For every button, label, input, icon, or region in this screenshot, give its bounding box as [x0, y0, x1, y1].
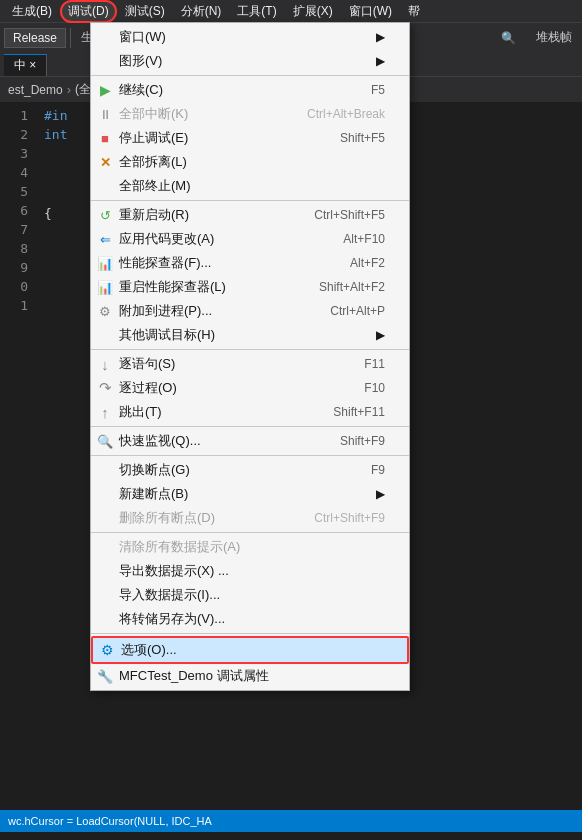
sep-4: [91, 426, 409, 427]
restart-perf-shortcut: Shift+Alt+F2: [279, 280, 385, 294]
menu-label-restart-perf: 重启性能探查器(L): [119, 278, 226, 296]
menu-item-step-out[interactable]: ↑ 跳出(T) Shift+F11: [91, 400, 409, 424]
menu-label-step-over: 逐过程(O): [119, 379, 177, 397]
release-button[interactable]: Release: [4, 28, 66, 48]
menu-item-graphics[interactable]: 图形(V) ▶: [91, 49, 409, 73]
menu-item-terminate[interactable]: 全部终止(M): [91, 174, 409, 198]
menu-item-del-all-bp[interactable]: 删除所有断点(D) Ctrl+Shift+F9: [91, 506, 409, 530]
menu-item-clear-hints[interactable]: 清除所有数据提示(A): [91, 535, 409, 559]
menu-item-options[interactable]: ⚙ 选项(O)...: [91, 636, 409, 664]
menubar-build[interactable]: 生成(B): [4, 1, 60, 22]
menu-label-detach: 全部拆离(L): [119, 153, 187, 171]
menu-label-save-dump: 将转储另存为(V)...: [119, 610, 225, 628]
menubar-help[interactable]: 帮: [400, 1, 428, 22]
attach-icon: ⚙: [95, 304, 115, 319]
apply-code-icon: ⇐: [95, 232, 115, 247]
file-title: est_Demo: [8, 83, 63, 97]
menu-label-perf: 性能探查器(F)...: [119, 254, 211, 272]
toolbar-stack[interactable]: 堆栈帧: [530, 27, 578, 48]
menu-label-other-targets: 其他调试目标(H): [119, 326, 215, 344]
menubar-window[interactable]: 窗口(W): [341, 1, 400, 22]
menu-label-step-into: 逐语句(S): [119, 355, 175, 373]
menu-label-attach: 附加到进程(P)...: [119, 302, 212, 320]
sep-3: [91, 349, 409, 350]
line-numbers: 1 2 3 4 5 6 7 8 9 0 1: [0, 102, 36, 810]
menu-item-detach[interactable]: ✕ 全部拆离(L): [91, 150, 409, 174]
menu-label-restart: 重新启动(R): [119, 206, 189, 224]
quickwatch-icon: 🔍: [95, 434, 115, 449]
step-out-shortcut: Shift+F11: [293, 405, 385, 419]
step-into-icon: ↓: [95, 356, 115, 373]
menu-label-continue: 继续(C): [119, 81, 163, 99]
menu-label-import-hints: 导入数据提示(I)...: [119, 586, 220, 604]
menu-item-perf[interactable]: 📊 性能探查器(F)... Alt+F2: [91, 251, 409, 275]
menu-item-continue[interactable]: ▶ 继续(C) F5: [91, 78, 409, 102]
menu-item-stop[interactable]: ■ 停止调试(E) Shift+F5: [91, 126, 409, 150]
menubar-debug[interactable]: 调试(D): [60, 0, 117, 23]
menu-label-del-all-bp: 删除所有断点(D): [119, 509, 215, 527]
menu-item-export-hints[interactable]: 导出数据提示(X) ...: [91, 559, 409, 583]
menu-item-restart[interactable]: ↺ 重新启动(R) Ctrl+Shift+F5: [91, 203, 409, 227]
apply-code-shortcut: Alt+F10: [303, 232, 385, 246]
menu-item-import-hints[interactable]: 导入数据提示(I)...: [91, 583, 409, 607]
menu-item-apply-code[interactable]: ⇐ 应用代码更改(A) Alt+F10: [91, 227, 409, 251]
sep-7: [91, 633, 409, 634]
step-over-icon: ↷: [95, 379, 115, 397]
search-icon[interactable]: 🔍: [501, 31, 516, 45]
sep-1: [91, 75, 409, 76]
menu-item-quickwatch[interactable]: 🔍 快速监视(Q)... Shift+F9: [91, 429, 409, 453]
step-over-shortcut: F10: [324, 381, 385, 395]
menu-label-step-out: 跳出(T): [119, 403, 162, 421]
perf-icon: 📊: [95, 256, 115, 271]
other-targets-arrow: ▶: [376, 328, 385, 342]
detach-icon: ✕: [95, 155, 115, 170]
continue-shortcut: F5: [331, 83, 385, 97]
sep-2: [91, 200, 409, 201]
quickwatch-shortcut: Shift+F9: [300, 434, 385, 448]
menu-item-save-dump[interactable]: 将转储另存为(V)...: [91, 607, 409, 631]
menu-label-apply-code: 应用代码更改(A): [119, 230, 214, 248]
sep-5: [91, 455, 409, 456]
menu-label-terminate: 全部终止(M): [119, 177, 191, 195]
new-bp-arrow: ▶: [376, 487, 385, 501]
break-all-shortcut: Ctrl+Alt+Break: [267, 107, 385, 121]
debug-menu-popup: 窗口(W) ▶ 图形(V) ▶ ▶ 继续(C) F5 ⏸ 全部中断(K) Ctr…: [90, 22, 410, 691]
menu-label-new-bp: 新建断点(B): [119, 485, 188, 503]
stop-icon: ■: [95, 131, 115, 146]
statusbar-code: wc.hCursor = LoadCursor(NULL, IDC_HA: [8, 815, 212, 827]
del-all-bp-shortcut: Ctrl+Shift+F9: [274, 511, 385, 525]
options-icon: ⚙: [97, 642, 117, 658]
window-arrow: ▶: [376, 30, 385, 44]
properties-icon: 🔧: [95, 669, 115, 684]
restart-shortcut: Ctrl+Shift+F5: [274, 208, 385, 222]
menu-item-toggle-bp[interactable]: 切换断点(G) F9: [91, 458, 409, 482]
menu-item-other-targets[interactable]: 其他调试目标(H) ▶: [91, 323, 409, 347]
attach-shortcut: Ctrl+Alt+P: [290, 304, 385, 318]
menu-label-toggle-bp: 切换断点(G): [119, 461, 190, 479]
statusbar: wc.hCursor = LoadCursor(NULL, IDC_HA: [0, 810, 582, 832]
menubar-tools[interactable]: 工具(T): [229, 1, 284, 22]
restart-perf-icon: 📊: [95, 280, 115, 295]
toggle-bp-shortcut: F9: [331, 463, 385, 477]
menu-item-step-into[interactable]: ↓ 逐语句(S) F11: [91, 352, 409, 376]
menu-label-options: 选项(O)...: [121, 641, 177, 659]
menubar-analyze[interactable]: 分析(N): [173, 1, 230, 22]
menu-item-attach[interactable]: ⚙ 附加到进程(P)... Ctrl+Alt+P: [91, 299, 409, 323]
menu-label-quickwatch: 快速监视(Q)...: [119, 432, 201, 450]
menu-item-new-bp[interactable]: 新建断点(B) ▶: [91, 482, 409, 506]
menu-label-export-hints: 导出数据提示(X) ...: [119, 562, 229, 580]
menu-item-restart-perf[interactable]: 📊 重启性能探查器(L) Shift+Alt+F2: [91, 275, 409, 299]
menubar-test[interactable]: 测试(S): [117, 1, 173, 22]
break-all-icon: ⏸: [95, 107, 115, 122]
tab-active[interactable]: 中 ×: [4, 54, 47, 76]
restart-icon: ↺: [95, 208, 115, 223]
menu-item-break-all[interactable]: ⏸ 全部中断(K) Ctrl+Alt+Break: [91, 102, 409, 126]
debug-menu-container: 窗口(W) ▶ 图形(V) ▶ ▶ 继续(C) F5 ⏸ 全部中断(K) Ctr…: [90, 22, 410, 691]
menubar-extensions[interactable]: 扩展(X): [285, 1, 341, 22]
sep-6: [91, 532, 409, 533]
menu-item-window[interactable]: 窗口(W) ▶: [91, 25, 409, 49]
continue-icon: ▶: [95, 82, 115, 98]
menu-item-step-over[interactable]: ↷ 逐过程(O) F10: [91, 376, 409, 400]
tab-label: 中 ×: [14, 57, 36, 74]
menu-item-properties[interactable]: 🔧 MFCTest_Demo 调试属性: [91, 664, 409, 688]
